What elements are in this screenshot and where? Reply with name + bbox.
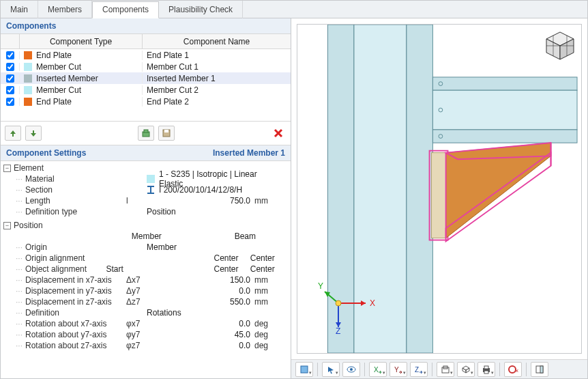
- tree-dots-icon: ···: [16, 174, 23, 184]
- collapse-icon[interactable]: −: [3, 165, 11, 172]
- vt-whole-model-button[interactable]: ▾: [437, 362, 454, 377]
- property-unit: deg: [254, 341, 279, 350]
- property-value[interactable]: Center: [214, 253, 250, 263]
- table-row[interactable]: Member CutMember Cut 2: [1, 84, 291, 96]
- property-value[interactable]: Position: [147, 207, 262, 216]
- property-label: Definition: [25, 308, 126, 318]
- property-value[interactable]: 45.0: [147, 330, 254, 339]
- library-button[interactable]: [138, 126, 154, 141]
- vt-view-z-button[interactable]: Z▾: [410, 362, 428, 377]
- property-value[interactable]: I 200/200/10/14/12/8/H: [147, 185, 262, 195]
- vt-pointer-button[interactable]: ▾: [322, 362, 340, 377]
- svg-text:×: ×: [515, 367, 518, 374]
- move-down-button[interactable]: [25, 126, 42, 141]
- vt-panel-button[interactable]: [531, 362, 548, 377]
- tree-dots-icon: ···: [16, 275, 23, 285]
- move-up-button[interactable]: [5, 126, 21, 141]
- table-row[interactable]: End PlateEnd Plate 1: [1, 49, 291, 61]
- property-label: Material: [25, 174, 126, 184]
- svg-text:X: X: [374, 366, 379, 374]
- svg-rect-51: [484, 366, 488, 369]
- svg-text:Y: Y: [394, 366, 399, 374]
- svg-rect-1: [144, 130, 148, 132]
- vt-reset-button[interactable]: ×: [504, 362, 522, 377]
- property-unit: mm: [254, 297, 279, 307]
- property-symbol: Δx7: [126, 275, 147, 285]
- material-icon: [147, 175, 155, 183]
- row-checkbox[interactable]: [6, 98, 14, 106]
- row-checkbox[interactable]: [6, 74, 14, 83]
- property-symbol: Δy7: [126, 286, 147, 296]
- property-symbol: φz7: [126, 341, 147, 350]
- property-value[interactable]: 750.0: [147, 196, 254, 206]
- vt-view-x-button[interactable]: X▾: [369, 362, 387, 377]
- row-checkbox[interactable]: [6, 63, 14, 71]
- tree-dots-icon: ···: [16, 253, 23, 263]
- tree-dots-icon: ···: [16, 297, 23, 307]
- property-unit: mm: [254, 196, 279, 206]
- vt-show-button[interactable]: [342, 362, 360, 377]
- tab-members[interactable]: Members: [38, 1, 92, 18]
- tree-dots-icon: ···: [16, 286, 23, 296]
- svg-rect-16: [432, 77, 577, 90]
- component-name-label: Member Cut 1: [143, 62, 291, 72]
- color-swatch-icon: [24, 63, 32, 71]
- collapse-icon[interactable]: −: [3, 222, 11, 229]
- tabs-bar: Main Members Components Plausibility Che…: [1, 1, 587, 18]
- right-panel: X Z Y ▾ ▾ X▾ Y▾ Z▾ ▾ ▾ ▾ ×: [291, 18, 587, 378]
- tab-main[interactable]: Main: [1, 1, 38, 18]
- table-row[interactable]: Inserted MemberInserted Member 1: [1, 72, 291, 84]
- save-button[interactable]: [158, 126, 175, 141]
- property-label: Displacement in z7-axis: [25, 297, 126, 307]
- property-value[interactable]: Member: [147, 242, 262, 252]
- view-toolbar: ▾ ▾ X▾ Y▾ Z▾ ▾ ▾ ▾ ×: [291, 359, 587, 378]
- table-row[interactable]: End PlateEnd Plate 2: [1, 96, 291, 107]
- property-value[interactable]: 0.0: [147, 341, 254, 350]
- row-checkbox[interactable]: [6, 86, 14, 94]
- component-name-label: Member Cut 2: [143, 85, 291, 95]
- svg-rect-56: [540, 366, 543, 373]
- axis-triad-icon: X Z Y: [318, 279, 379, 334]
- header-component-name[interactable]: Component Name: [143, 34, 291, 48]
- tab-plausibility-check[interactable]: Plausibility Check: [159, 1, 243, 18]
- vt-print-button[interactable]: ▾: [477, 362, 495, 377]
- component-name-label: End Plate 2: [143, 97, 291, 107]
- row-checkbox[interactable]: [6, 51, 14, 59]
- svg-text:Z: Z: [415, 366, 419, 374]
- tab-components[interactable]: Components: [92, 1, 159, 18]
- svg-text:Y: Y: [318, 281, 323, 291]
- property-symbol: Δz7: [126, 297, 147, 307]
- property-value[interactable]: Center: [214, 264, 250, 274]
- viewport-3d[interactable]: X Z Y: [297, 24, 582, 354]
- section-icon: [147, 186, 155, 194]
- property-value[interactable]: Center: [250, 264, 286, 274]
- property-unit: mm: [254, 286, 279, 296]
- property-symbol: φx7: [126, 319, 147, 328]
- table-row[interactable]: Member CutMember Cut 1: [1, 61, 291, 72]
- vt-iso-button[interactable]: ▾: [457, 362, 475, 377]
- property-label: Definition type: [25, 207, 126, 216]
- property-value[interactable]: 0.0: [147, 319, 254, 328]
- property-value[interactable]: 550.0: [147, 297, 254, 307]
- header-component-type[interactable]: Component Type: [20, 34, 143, 48]
- delete-button[interactable]: [270, 126, 286, 141]
- navigation-cube-icon[interactable]: [544, 30, 576, 61]
- tree-dots-icon: ···: [16, 330, 23, 339]
- tree-dots-icon: ···: [16, 242, 23, 252]
- vt-display-options-button[interactable]: ▾: [295, 362, 313, 377]
- group-label: Element: [14, 163, 44, 173]
- vt-view-y-button[interactable]: Y▾: [389, 362, 407, 377]
- component-name-label: Inserted Member 1: [143, 74, 291, 83]
- components-table-header: Component Type Component Name: [1, 34, 291, 49]
- component-name-label: End Plate 1: [143, 51, 291, 60]
- tree-dots-icon: ···: [16, 207, 23, 216]
- component-type-label: Inserted Member: [36, 74, 98, 83]
- property-value[interactable]: Center: [250, 253, 286, 263]
- property-label: Section: [25, 185, 126, 195]
- property-value[interactable]: 150.0: [147, 275, 254, 285]
- tree-dots-icon: ···: [16, 185, 23, 195]
- property-value[interactable]: Start: [106, 264, 214, 274]
- property-value[interactable]: Rotations: [147, 308, 262, 318]
- svg-text:Z: Z: [336, 326, 340, 334]
- property-value[interactable]: 0.0: [147, 286, 254, 296]
